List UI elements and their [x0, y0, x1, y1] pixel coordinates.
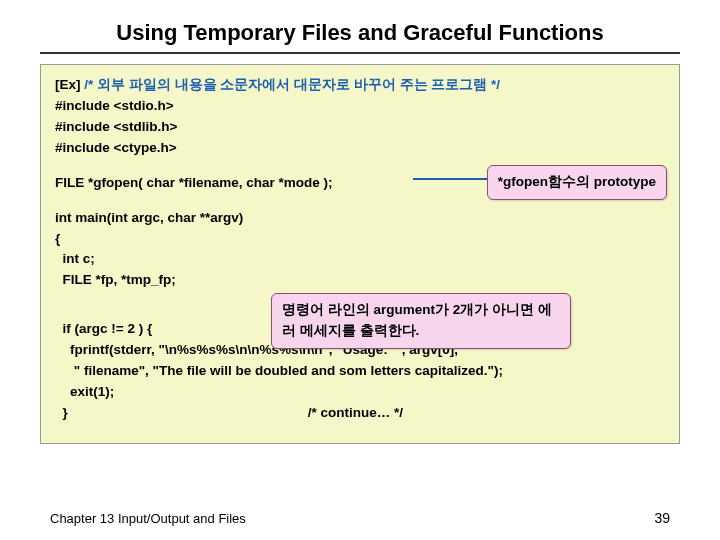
- brace: }: [55, 405, 68, 420]
- code-line: {: [55, 229, 665, 250]
- code-comment: /* 외부 파일의 내용을 소문자에서 대문자로 바꾸어 주는 프로그램 */: [84, 77, 500, 92]
- code-line: exit(1);: [55, 382, 665, 403]
- callout-prototype: *gfopen함수의 prototype: [487, 165, 667, 200]
- code-line: int c;: [55, 249, 665, 270]
- footer-text: Chapter 13 Input/Output and Files: [50, 511, 246, 526]
- code-box: [Ex] /* 외부 파일의 내용을 소문자에서 대문자로 바꾸어 주는 프로그…: [40, 64, 680, 444]
- code-line: #include <stdio.h>: [55, 96, 665, 117]
- code-line: #include <ctype.h>: [55, 138, 665, 159]
- code-line-last: } /* continue… */: [55, 403, 665, 424]
- page-number: 39: [654, 510, 670, 526]
- callout-argc: 명령어 라인의 argument가 2개가 아니면 에러 메세지를 출력한다.: [271, 293, 571, 349]
- ex-tag: [Ex]: [55, 77, 84, 92]
- code-line-1: [Ex] /* 외부 파일의 내용을 소문자에서 대문자로 바꾸어 주는 프로그…: [55, 75, 665, 96]
- continue-comment: /* continue… */: [68, 405, 403, 420]
- code-line: #include <stdlib.h>: [55, 117, 665, 138]
- code-line: int main(int argc, char **argv): [55, 208, 665, 229]
- slide-title: Using Temporary Files and Graceful Funct…: [40, 20, 680, 54]
- slide: Using Temporary Files and Graceful Funct…: [0, 0, 720, 540]
- code-line: " filename", "The file will be doubled a…: [55, 361, 665, 382]
- code-line: FILE *fp, *tmp_fp;: [55, 270, 665, 291]
